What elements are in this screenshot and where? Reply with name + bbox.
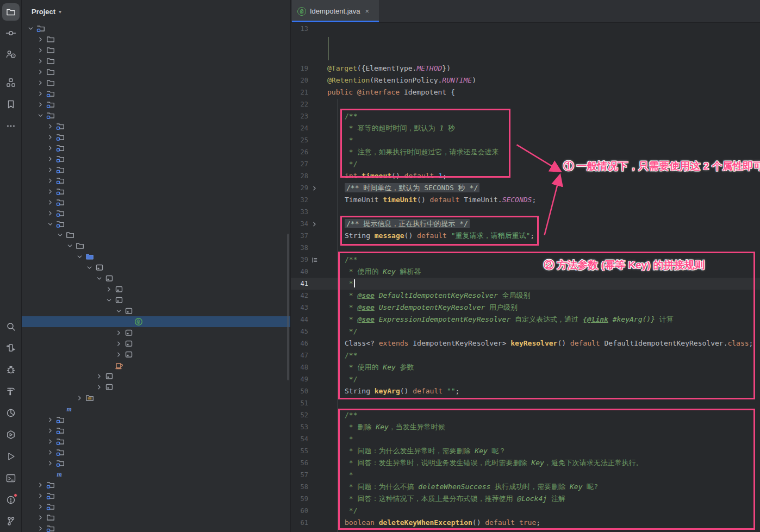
line-number[interactable]: 32 <box>291 194 308 206</box>
version-control-icon[interactable] <box>2 512 20 530</box>
tree-item-yudao-example[interactable] <box>22 99 290 110</box>
tree-item-yudao-spring-boot-starter-mybatis[interactable] <box>22 208 290 218</box>
line-number[interactable]: 26 <box>291 146 308 158</box>
chevron-collapsed-icon[interactable] <box>36 80 45 86</box>
gutter[interactable]: 22 <box>291 98 321 110</box>
gutter[interactable]: 25 <box>291 134 321 146</box>
code-line-58[interactable]: 58 * 问题：为什么不搞 deleteWhenSuccess 执行成功时，需要… <box>291 481 760 493</box>
tree-item-core[interactable] <box>22 295 290 305</box>
chevron-collapsed-icon[interactable] <box>114 341 123 347</box>
profiler-icon[interactable] <box>2 404 20 422</box>
gutter[interactable]: 51 <box>291 397 321 409</box>
tree-item-src[interactable] <box>22 229 290 240</box>
tree-item-pom-xml[interactable]: m <box>22 403 290 414</box>
gutter[interactable]: 49 <box>291 373 321 385</box>
line-number[interactable]: 23 <box>291 110 308 122</box>
chevron-collapsed-icon[interactable] <box>46 199 55 205</box>
gutter[interactable]: 19 <box>291 62 321 74</box>
tree-item-yudao-spring-boot-starter-job[interactable] <box>22 175 290 186</box>
chevron-expanded-icon[interactable] <box>85 265 94 271</box>
gutter[interactable]: 28 <box>291 170 321 182</box>
line-number[interactable]: 60 <box>291 505 308 517</box>
code-line-53[interactable]: 53 * 删除 Key，当发生异常时候 <box>291 421 760 433</box>
tree-item-package-info-java[interactable] <box>22 360 290 371</box>
gutter[interactable]: 37 <box>291 230 321 242</box>
line-number[interactable]: 52 <box>291 409 308 421</box>
code-line-41[interactable]: 41 * <box>291 278 760 290</box>
code-line-54[interactable]: 54 * <box>291 433 760 445</box>
fold-region-icon[interactable] <box>308 185 320 191</box>
line-number[interactable]: 46 <box>291 337 308 349</box>
line-number[interactable]: 61 <box>291 517 308 529</box>
code-line-25[interactable]: 25 * <box>291 134 760 146</box>
line-number[interactable]: 51 <box>291 397 308 409</box>
gutter[interactable]: 23 <box>291 110 321 122</box>
tree-item-redis[interactable] <box>22 349 290 360</box>
gutter[interactable]: 58 <box>291 481 321 493</box>
code-line-27[interactable]: 27 */ <box>291 158 760 170</box>
line-number[interactable]: 55 <box>291 445 308 457</box>
tree-item-yudao-spring-boot-starter-biz-ip[interactable] <box>22 142 290 153</box>
gutter[interactable]: 48 <box>291 361 321 373</box>
gutter[interactable]: 41 <box>291 278 321 290</box>
chevron-collapsed-icon[interactable] <box>46 189 55 195</box>
chevron-expanded-icon[interactable] <box>104 297 114 303</box>
code-line-49[interactable]: 49 */ <box>291 373 760 385</box>
code-area[interactable]: 13 19@Target({ElementType.METHOD})20@Ret… <box>291 23 760 532</box>
tree-item-yudao-spring-boot-starter-protection[interactable] <box>22 218 290 229</box>
line-number[interactable]: 25 <box>291 134 308 146</box>
chevron-expanded-icon[interactable] <box>46 221 55 227</box>
tree-item-config[interactable] <box>22 284 290 295</box>
tree-item-keyresolver[interactable] <box>22 338 290 349</box>
code-line-39[interactable]: 39/** <box>291 254 760 266</box>
tree-item-resilience4j[interactable] <box>22 381 290 392</box>
gutter[interactable]: 27 <box>291 158 321 170</box>
gutter[interactable]: 20 <box>291 74 321 86</box>
gutter[interactable]: 43 <box>291 302 321 314</box>
code-line-33[interactable]: 33 <box>291 206 760 218</box>
tree-item-gitee[interactable] <box>22 34 290 45</box>
chevron-collapsed-icon[interactable] <box>46 123 55 129</box>
tab-idempotent-java[interactable]: @ Idempotent.java × <box>292 0 379 22</box>
gutter[interactable]: 32 <box>291 194 321 206</box>
line-number[interactable]: 24 <box>291 122 308 134</box>
code-line-52[interactable]: 52/** <box>291 409 760 421</box>
chevron-collapsed-icon[interactable] <box>75 395 84 401</box>
chevron-collapsed-icon[interactable] <box>46 134 55 140</box>
gutter[interactable]: 44 <box>291 314 321 326</box>
code-line-46[interactable]: 46Class<? extends IdempotentKeyResolver>… <box>291 337 760 349</box>
services-icon[interactable] <box>2 339 20 356</box>
fold-region-icon[interactable] <box>308 221 320 227</box>
tree-item-idempotent[interactable] <box>22 273 290 284</box>
line-number[interactable]: 56 <box>291 457 308 469</box>
chevron-collapsed-icon[interactable] <box>104 286 114 292</box>
line-number[interactable]: 58 <box>291 481 308 493</box>
code-line-61[interactable]: 61boolean deleteKeyWhenException() defau… <box>291 517 760 529</box>
more-tool-windows-icon[interactable] <box>2 117 20 135</box>
gutter[interactable]: 33 <box>291 206 321 218</box>
chevron-collapsed-icon[interactable] <box>46 449 55 455</box>
chevron-collapsed-icon[interactable] <box>36 58 45 64</box>
gutter-lines-icon[interactable] <box>308 257 320 263</box>
code-line-23[interactable]: 23/** <box>291 110 760 122</box>
tree-item-yudao-framework[interactable] <box>22 110 290 121</box>
code-line-40[interactable]: 40 * 使用的 Key 解析器 <box>291 266 760 278</box>
gutter[interactable]: 29 <box>291 182 321 194</box>
tree-item-script[interactable] <box>22 66 290 77</box>
code-line-45[interactable]: 45 */ <box>291 326 760 337</box>
code-line-59[interactable]: 59 * 回答：这种情况下，本质上是分布式锁，推荐使用 @Lock4j 注解 <box>291 493 760 505</box>
tree-item-lock4j[interactable] <box>22 371 290 381</box>
chevron-collapsed-icon[interactable] <box>46 167 55 173</box>
line-number[interactable]: 34 <box>291 218 308 230</box>
code-line-44[interactable]: 44 * @see ExpressionIdempotentKeyResolve… <box>291 314 760 326</box>
tree-item-aop[interactable] <box>22 327 290 338</box>
chevron-collapsed-icon[interactable] <box>46 210 55 216</box>
chevron-collapsed-icon[interactable] <box>36 36 45 42</box>
line-number[interactable]: 59 <box>291 493 308 505</box>
tree-item-idempotent[interactable]: @ <box>22 316 290 327</box>
chevron-collapsed-icon[interactable] <box>36 515 45 521</box>
tree-item-cn-iocoder-yudao-framework[interactable] <box>22 262 290 273</box>
code-line-48[interactable]: 48 * 使用的 Key 参数 <box>291 361 760 373</box>
tree-item-yudao-dependencies[interactable] <box>22 88 290 99</box>
gutter[interactable]: 13 <box>291 23 321 35</box>
